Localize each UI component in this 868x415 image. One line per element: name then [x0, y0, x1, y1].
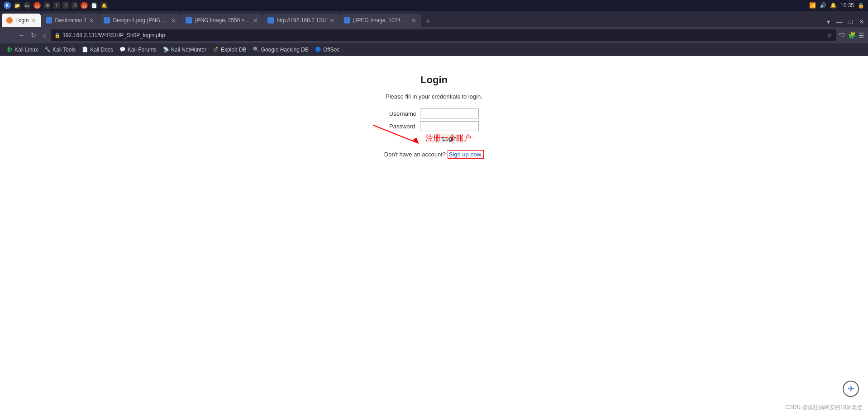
tab-close-ip[interactable]: ✕ — [329, 18, 334, 24]
extra-icon[interactable]: 📄 — [91, 2, 98, 9]
url-right-icons: 🛡 🧩 ☰ — [839, 32, 864, 39]
signup-link[interactable]: Sign up now. — [449, 151, 482, 158]
bookmark-kali-docs[interactable]: 📄 Kali Docs — [79, 46, 116, 54]
tab-favicon-ip — [267, 17, 274, 24]
bookmarks-bar: 🐉 Kali Linux 🔧 Kali Tools 📄 Kali Docs 💬 … — [0, 43, 868, 56]
kali-icon[interactable]: K — [4, 2, 11, 9]
screen-icon[interactable]: 🖥 — [43, 2, 51, 9]
folder-icon[interactable]: 📁 — [14, 2, 21, 9]
svg-line-0 — [373, 125, 419, 143]
os-topbar-left: K 📁 🗂 🦊 🖥 1 2 3 🦊 📄 🔔 — [4, 2, 108, 9]
network-icon: 📶 — [809, 2, 816, 9]
username-input[interactable] — [420, 108, 479, 118]
tab-png[interactable]: (PNG Image, 2550 × 3300 pi… ✕ — [181, 14, 262, 27]
signup-link-wrapper: Sign up now. — [448, 151, 484, 158]
bookmark-exploit-db[interactable]: 💣 Exploit-DB — [210, 46, 249, 54]
menu-icon[interactable]: ☰ — [858, 32, 864, 39]
lock-icon: 🔒 — [858, 2, 864, 9]
os-topbar-right: 📶 🔊 🔔 10:35 🔒 — [809, 2, 864, 9]
bell-icon: 🔔 — [830, 2, 837, 9]
tab-favicon-destination1 — [46, 17, 52, 24]
bookmark-kali-forums-label: Kali Forums — [128, 47, 157, 53]
tab-list-button[interactable]: ▾ — [825, 17, 832, 26]
tab-favicon-png — [186, 17, 192, 24]
browser-chrome: Login ✕ Destination 1 ✕ Design-1.png (PN… — [0, 11, 868, 56]
tab-close-jpeg[interactable]: ✕ — [411, 18, 416, 24]
username-row: Username — [387, 107, 481, 120]
bookmark-kali-linux-label: Kali Linux — [14, 47, 38, 53]
tab-close-destination1[interactable]: ✕ — [89, 18, 94, 24]
tab-ip[interactable]: http://192.168.2.131/ ✕ — [263, 14, 339, 27]
google-hacking-db-bookmark-icon: 🔍 — [253, 47, 259, 52]
tab-bar-right: ▾ — □ ✕ — [825, 17, 866, 27]
bookmark-kali-tools[interactable]: 🔧 Kali Tools — [42, 46, 78, 54]
page-content: Login Please fill in your credentials to… — [0, 56, 868, 415]
annotation-text: 注册一个账户 — [425, 133, 472, 143]
maximize-button[interactable]: □ — [847, 17, 854, 26]
tab-close-design1[interactable]: ✕ — [171, 18, 176, 24]
firefox-taskbar-icon[interactable]: 🦊 — [81, 2, 88, 9]
minimize-button[interactable]: — — [835, 17, 844, 26]
tab-favicon-login — [6, 17, 13, 24]
password-input[interactable] — [420, 121, 479, 131]
tab-num-2[interactable]: 2 — [62, 2, 69, 9]
bookmark-kali-linux[interactable]: 🐉 Kali Linux — [4, 46, 41, 54]
exploit-db-bookmark-icon: 💣 — [213, 47, 219, 52]
tab-num-3[interactable]: 3 — [72, 2, 78, 9]
extension-icon[interactable]: 🧩 — [848, 32, 856, 39]
tab-favicon-design1 — [104, 17, 110, 24]
tab-favicon-jpeg — [344, 17, 350, 24]
kali-linux-bookmark-icon: 🐉 — [6, 47, 13, 52]
tab-label-png: (PNG Image, 2550 × 3300 pi… — [195, 17, 250, 24]
url-field[interactable]: 🔒 192.168.2.131/W4RSHIP_Sh0P_login.php ☆ — [51, 29, 836, 41]
tab-close-png[interactable]: ✕ — [253, 18, 258, 24]
tab-num-1[interactable]: 1 — [53, 2, 60, 9]
files-icon[interactable]: 🗂 — [24, 2, 31, 9]
url-bar: ← → ↻ ⌂ 🔒 192.168.2.131/W4RSHIP_Sh0P_log… — [0, 27, 868, 43]
security-icon: 🔒 — [54, 33, 61, 38]
tab-label-destination1: Destination 1 — [55, 17, 86, 24]
signup-link-box: Sign up now. — [448, 150, 484, 159]
bookmark-kali-tools-label: Kali Tools — [52, 47, 76, 53]
tab-bar: Login ✕ Destination 1 ✕ Design-1.png (PN… — [0, 11, 868, 27]
tab-jpeg[interactable]: (JPEG Image, 1024 × 768 pix… ✕ — [339, 14, 421, 27]
forward-button[interactable]: → — [16, 31, 26, 40]
home-button[interactable]: ⌂ — [41, 31, 48, 40]
browser-icon[interactable]: 🦊 — [33, 2, 41, 9]
tab-destination1[interactable]: Destination 1 ✕ — [41, 14, 99, 27]
watermark: CSDN @疯狂搞网安的18岁老登 — [785, 404, 863, 411]
bookmark-kali-forums[interactable]: 💬 Kali Forums — [117, 46, 159, 54]
add-tab-button[interactable]: + — [423, 16, 434, 27]
tab-design1[interactable]: Design-1.png (PNG Imag… ✕ — [99, 14, 181, 27]
shield-icon[interactable]: 🛡 — [839, 32, 845, 39]
volume-icon: 🔊 — [820, 2, 826, 9]
bookmark-offsec[interactable]: 🔵 OffSec — [312, 46, 342, 54]
floating-icon[interactable]: ✈ — [843, 381, 859, 397]
bookmark-kali-nethunter-label: Kali NetHunter — [171, 47, 206, 53]
back-button[interactable]: ← — [4, 31, 14, 40]
annotation-arrow-svg — [371, 123, 425, 148]
login-subtitle: Please fill in your credentials to login… — [386, 93, 482, 100]
bookmark-offsec-label: OffSec — [323, 47, 339, 53]
bookmark-exploit-db-label: Exploit-DB — [221, 47, 247, 53]
tab-close-login[interactable]: ✕ — [31, 18, 36, 24]
bookmark-star-icon[interactable]: ☆ — [827, 32, 833, 39]
tab-label-jpeg: (JPEG Image, 1024 × 768 pix… — [353, 17, 409, 24]
kali-nethunter-bookmark-icon: 📡 — [163, 47, 169, 52]
tab-label-design1: Design-1.png (PNG Imag… — [113, 17, 168, 24]
username-label: Username — [387, 107, 418, 120]
bookmark-kali-nethunter[interactable]: 📡 Kali NetHunter — [160, 46, 209, 54]
kali-tools-bookmark-icon: 🔧 — [44, 47, 51, 52]
bookmark-google-hacking-db[interactable]: 🔍 Google Hacking DB — [250, 46, 311, 54]
tab-label-ip: http://192.168.2.131/ — [277, 17, 326, 24]
badge-icon[interactable]: 🔔 — [100, 2, 108, 9]
page-title: Login — [420, 74, 448, 86]
url-text: 192.168.2.131/W4RSHIP_Sh0P_login.php — [62, 32, 824, 38]
clock: 10:35 — [840, 2, 854, 9]
tab-label-login: Login — [15, 17, 29, 24]
tab-login[interactable]: Login ✕ — [2, 14, 41, 27]
kali-forums-bookmark-icon: 💬 — [119, 47, 126, 52]
window-close-button[interactable]: ✕ — [857, 17, 866, 26]
reload-button[interactable]: ↻ — [29, 31, 38, 40]
bookmark-google-hacking-db-label: Google Hacking DB — [261, 47, 309, 53]
